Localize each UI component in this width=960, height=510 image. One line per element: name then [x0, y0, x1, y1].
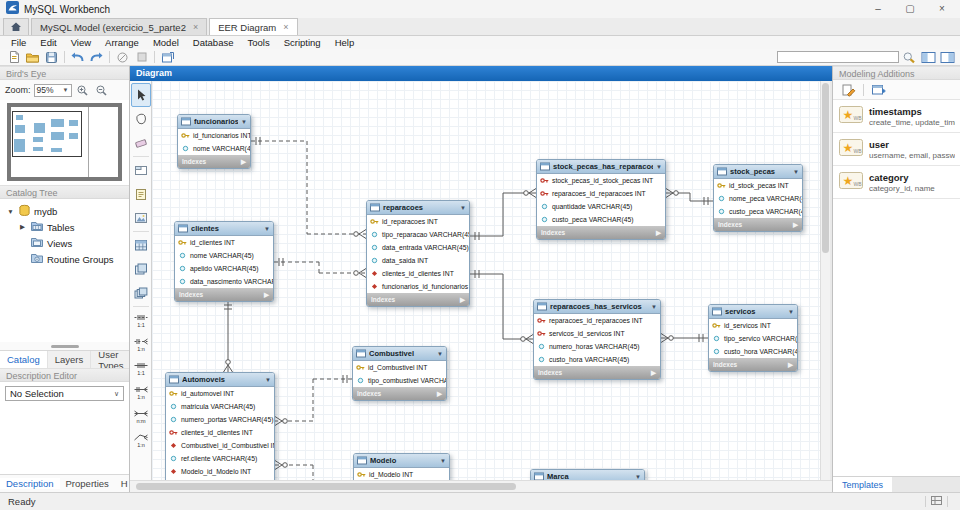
- template-item-timestamps[interactable]: ★WBtimestampscreate_time, update_time: [833, 100, 960, 133]
- indexes-footer[interactable]: Indexes▶: [175, 288, 273, 301]
- add-template-button[interactable]: [869, 82, 888, 97]
- column-row[interactable]: custo_peca VARCHAR(45): [537, 213, 665, 226]
- tree-item-routine-groups[interactable]: Routine Groups: [2, 251, 127, 267]
- table-header[interactable]: Combustivel▼: [353, 347, 446, 361]
- hand-tool[interactable]: [131, 107, 151, 131]
- column-row[interactable]: nome VARCHAR(45): [175, 249, 273, 262]
- table-header[interactable]: Automoveis▼: [166, 373, 274, 387]
- table-stock_pecas_has_reparacoes[interactable]: stock_pecas_has_reparacoes▼stock_pecas_i…: [536, 159, 666, 240]
- vertical-scrollbar[interactable]: [820, 81, 830, 480]
- table-funcionarios[interactable]: funcionarios▼id_funcionarios INTnome VAR…: [177, 114, 251, 169]
- table-header[interactable]: Modelo▼: [354, 454, 449, 468]
- new-diagram-button[interactable]: [158, 50, 177, 65]
- search-input[interactable]: [777, 51, 899, 63]
- collapse-icon[interactable]: ▼: [656, 164, 662, 170]
- column-row[interactable]: Combustivel_id_Combustivel INT: [166, 439, 274, 452]
- tab-model[interactable]: MySQL Model (exercicio_5_parte2×: [31, 18, 207, 35]
- view-tool[interactable]: [131, 257, 151, 281]
- collapse-icon[interactable]: ▼: [265, 377, 271, 383]
- table-header[interactable]: stock_pecas_has_reparacoes▼: [537, 160, 665, 174]
- column-row[interactable]: ref.cliente VARCHAR(45): [166, 452, 274, 465]
- table-stock_pecas[interactable]: stock_pecas▼id_stock_pecas INTnome_peca …: [713, 164, 803, 232]
- tab-description[interactable]: Description: [0, 478, 60, 489]
- menu-item-database[interactable]: Database: [186, 37, 241, 48]
- zoom-in-button[interactable]: [75, 83, 91, 97]
- tab-properties[interactable]: Properties: [60, 478, 115, 489]
- indexes-footer[interactable]: Indexes▶: [714, 218, 802, 231]
- table-reparacoes_has_servicos[interactable]: reparacoes_has_servicos▼reparacoes_id_re…: [533, 299, 661, 380]
- rel-1n-dashed-tool[interactable]: 1:n: [131, 332, 151, 356]
- menu-item-arrange[interactable]: Arrange: [98, 37, 146, 48]
- undo-button[interactable]: [68, 50, 87, 65]
- horizontal-scrollbar[interactable]: [130, 480, 832, 492]
- column-row[interactable]: data_saida INT: [367, 254, 469, 267]
- templates-tab[interactable]: Templates: [833, 477, 892, 492]
- redo-button[interactable]: [87, 50, 106, 65]
- menu-item-edit[interactable]: Edit: [33, 37, 63, 48]
- layer-tool[interactable]: [131, 158, 151, 182]
- search-icon[interactable]: [899, 50, 918, 65]
- column-row[interactable]: tipo_reparacao VARCHAR(45): [367, 228, 469, 241]
- collapse-icon[interactable]: ▼: [440, 458, 446, 464]
- tab-close-icon[interactable]: ×: [193, 22, 198, 32]
- toggle-left-panel-button[interactable]: [920, 50, 937, 64]
- tab-layers[interactable]: Layers: [48, 351, 92, 368]
- column-row[interactable]: numero_horas VARCHAR(45): [534, 340, 660, 353]
- menu-item-scripting[interactable]: Scripting: [277, 37, 328, 48]
- table-servicos[interactable]: servicos▼id_servicos INTtipo_servico VAR…: [708, 304, 798, 372]
- tab-eer-diagram[interactable]: EER Diagram×: [209, 18, 297, 35]
- home-tab[interactable]: [3, 18, 29, 35]
- column-row[interactable]: id_automovel INT: [166, 387, 274, 400]
- template-item-category[interactable]: ★WBcategorycategory_id, name: [833, 166, 960, 199]
- tree-item-tables[interactable]: ▶Tables: [2, 219, 127, 235]
- collapse-icon[interactable]: ▼: [241, 119, 247, 125]
- tree-item-mydb[interactable]: ▼mydb: [2, 203, 127, 219]
- menu-item-view[interactable]: View: [64, 37, 98, 48]
- table-header[interactable]: stock_pecas▼: [714, 165, 802, 179]
- table-header[interactable]: Marca▼: [531, 470, 644, 480]
- table-header[interactable]: funcionarios▼: [178, 115, 250, 129]
- table-header[interactable]: clientes▼: [175, 222, 273, 236]
- table-header[interactable]: reparacoes_has_servicos▼: [534, 300, 660, 314]
- hide-grid-button[interactable]: [113, 50, 132, 65]
- column-row[interactable]: matricula VARCHAR(45): [166, 400, 274, 413]
- cursor-tool[interactable]: [131, 83, 151, 107]
- collapse-icon[interactable]: ▼: [788, 309, 794, 315]
- column-row[interactable]: reparacoes_id_reparacoes INT: [534, 314, 660, 327]
- indexes-footer[interactable]: Indexes▶: [537, 226, 665, 239]
- open-model-button[interactable]: [23, 50, 42, 65]
- template-item-user[interactable]: ★WBuserusername, email, passwor...: [833, 133, 960, 166]
- table-header[interactable]: servicos▼: [709, 305, 797, 319]
- tree-expander-icon[interactable]: ▶: [18, 223, 27, 231]
- collapse-icon[interactable]: ▼: [437, 351, 443, 357]
- tree-item-views[interactable]: Views: [2, 235, 127, 251]
- rel-1n-existing-tool[interactable]: 1:n: [131, 428, 151, 452]
- shape-button[interactable]: [132, 50, 151, 65]
- indexes-footer[interactable]: Indexes▶: [534, 366, 660, 379]
- collapse-icon[interactable]: ▼: [460, 205, 466, 211]
- table-header[interactable]: reparacoes▼: [367, 201, 469, 215]
- column-row[interactable]: nome VARCHAR(45): [178, 142, 250, 155]
- table-Modelo[interactable]: Modelo▼id_Modelo INTIndexes▶: [353, 453, 450, 480]
- column-row[interactable]: reparacoes_id_reparacoes INT: [537, 187, 665, 200]
- eraser-tool[interactable]: [131, 131, 151, 155]
- rel-11-tool[interactable]: 1:1: [131, 356, 151, 380]
- note-tool[interactable]: [131, 182, 151, 206]
- column-row[interactable]: data_entrada VARCHAR(45): [367, 241, 469, 254]
- column-row[interactable]: custo_peca VARCHAR(45): [714, 205, 802, 218]
- column-row[interactable]: id_stock_pecas INT: [714, 179, 802, 192]
- table-Combustivel[interactable]: Combustivel▼id_Combustivel INTtipo_combu…: [352, 346, 447, 401]
- column-row[interactable]: clientes_id_clientes INT: [367, 267, 469, 280]
- indexes-footer[interactable]: Indexes▶: [367, 293, 469, 306]
- collapse-icon[interactable]: ▼: [793, 169, 799, 175]
- column-row[interactable]: stock_pecas_id_stock_pecas INT: [537, 174, 665, 187]
- table-Automoveis[interactable]: Automoveis▼id_automovel INTmatricula VAR…: [165, 372, 275, 480]
- collapse-icon[interactable]: ▼: [651, 304, 657, 310]
- rel-nm-tool[interactable]: n:m: [131, 404, 151, 428]
- indexes-footer[interactable]: Indexes▶: [178, 155, 250, 168]
- menu-item-file[interactable]: File: [4, 37, 33, 48]
- menu-item-help[interactable]: Help: [328, 37, 362, 48]
- column-row[interactable]: nome_peca VARCHAR(45): [714, 192, 802, 205]
- image-tool[interactable]: [131, 206, 151, 230]
- tab-user-types[interactable]: User Types: [91, 351, 131, 368]
